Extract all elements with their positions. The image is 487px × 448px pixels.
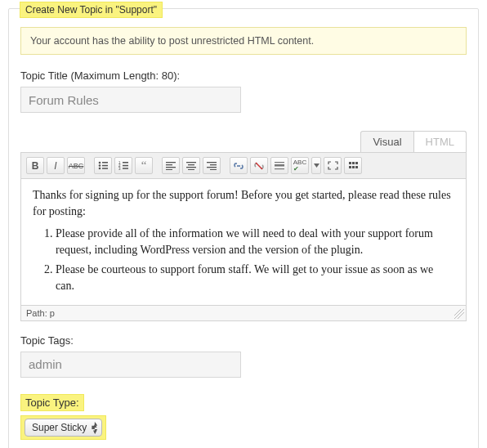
svg-rect-30 [349,162,351,164]
align-right-button[interactable] [203,157,221,174]
svg-rect-22 [207,167,217,168]
spellcheck-button[interactable]: ABC✔ [291,157,309,174]
path-value: p [50,308,55,318]
svg-rect-16 [186,162,196,163]
svg-rect-9 [123,165,128,167]
svg-marker-29 [314,164,319,168]
editor-content[interactable]: Thanks for signing up for the support fo… [21,179,466,305]
topic-tags-label: Topic Tags: [20,334,467,347]
italic-button[interactable]: I [47,157,65,174]
ul-button[interactable] [94,157,112,174]
blockquote-button[interactable]: “ [135,157,153,174]
svg-rect-23 [210,169,217,170]
svg-point-0 [98,162,101,164]
svg-rect-3 [102,165,108,167]
svg-rect-11 [123,168,128,169]
svg-rect-15 [166,169,172,170]
link-button[interactable] [230,157,248,174]
html-capability-notice: Your account has the ability to post unr… [20,27,467,55]
svg-rect-20 [207,162,217,163]
ol-button[interactable]: 123 [114,157,132,174]
svg-rect-1 [102,162,108,164]
create-topic-panel: Your account has the ability to post unr… [8,8,479,448]
svg-rect-12 [166,162,176,163]
tab-visual[interactable]: Visual [360,131,413,152]
svg-rect-28 [275,168,284,169]
topic-type-label: Topic Type: [20,394,84,411]
svg-rect-31 [352,162,355,164]
kitchen-sink-button[interactable] [344,157,362,174]
svg-point-4 [98,168,101,170]
rich-text-editor: B I ABC 123 “ [20,152,467,321]
select-arrows-icon: ▴▾ [93,422,97,435]
topic-title-label: Topic Title (Maximum Length: 80): [20,69,467,82]
svg-rect-17 [188,164,194,165]
resize-handle[interactable] [454,309,464,319]
topic-title-block: Topic Title (Maximum Length: 80): [20,69,467,113]
topic-type-select[interactable]: Super Sticky ▴▾ [25,419,102,437]
editor-rules-list: Please provide all of the information we… [56,226,454,295]
svg-line-25 [256,163,262,169]
form-legend: Create New Topic in "Support" [20,2,163,18]
list-item: Please be courteous to support forum sta… [56,262,454,295]
svg-rect-18 [186,167,196,168]
editor-intro-text: Thanks for signing up for the support fo… [33,187,454,221]
insert-break-button[interactable] [270,157,288,174]
svg-text:3: 3 [118,167,121,171]
list-item: Please provide all of the information we… [56,226,454,259]
align-left-button[interactable] [162,157,180,174]
editor-path-bar: Path: p [21,305,466,320]
svg-point-2 [98,164,101,167]
topic-tags-block: Topic Tags: [20,334,467,378]
svg-rect-34 [352,166,355,168]
topic-title-input[interactable] [20,87,241,113]
topic-type-selected-value: Super Sticky [32,422,87,433]
svg-rect-32 [355,162,358,164]
fullscreen-button[interactable] [324,157,342,174]
svg-rect-13 [166,164,172,165]
svg-rect-14 [166,167,176,168]
svg-rect-21 [210,164,217,165]
svg-rect-33 [349,166,351,168]
svg-rect-35 [355,166,358,168]
bold-button[interactable]: B [26,157,44,174]
spellcheck-dropdown-button[interactable] [311,157,321,174]
svg-rect-27 [275,164,284,167]
align-center-button[interactable] [182,157,200,174]
topic-tags-input[interactable] [20,352,241,378]
svg-rect-7 [123,162,128,164]
path-label: Path: [26,308,47,318]
svg-rect-5 [102,168,108,169]
topic-type-block: Topic Type: Super Sticky ▴▾ [20,394,467,440]
editor-toolbar: B I ABC 123 “ [21,153,466,179]
svg-rect-19 [188,169,194,170]
tab-html[interactable]: HTML [414,131,467,152]
svg-rect-26 [275,162,284,163]
strike-button[interactable]: ABC [67,157,85,174]
unlink-button[interactable] [250,157,268,174]
